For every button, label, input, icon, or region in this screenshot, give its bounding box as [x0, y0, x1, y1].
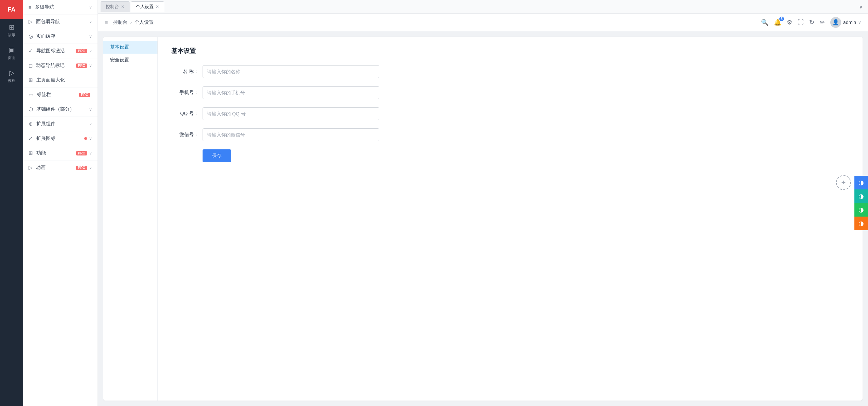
breadcrumb-nav-icon: ▷	[29, 19, 33, 25]
chevron-down-icon-8: ∨	[89, 136, 92, 141]
float-btn-green[interactable]: ◑	[854, 203, 868, 217]
nav-label-page-cache: 页面缓存	[36, 33, 89, 39]
settings-container: 基本设置 安全设置 基本设置 名 称： 手机号： QQ 号：	[103, 37, 863, 401]
tab-dashboard[interactable]: 控制台 ✕	[101, 1, 129, 12]
sidebar-item-pages[interactable]: ▣ 页面	[0, 42, 23, 64]
qq-label: QQ 号：	[171, 111, 198, 117]
qq-input[interactable]	[203, 107, 379, 120]
phone-label: 手机号：	[171, 90, 198, 96]
tab-dashboard-label: 控制台	[106, 4, 119, 10]
nav-label-animation: 动画	[36, 165, 76, 171]
tab-dashboard-close[interactable]: ✕	[121, 5, 124, 9]
animation-icon: ▷	[29, 165, 33, 171]
nav-label-extend-icons: 扩展图标	[36, 135, 84, 142]
tutorial-label: 教程	[8, 78, 15, 83]
float-btn-teal[interactable]: ◑	[854, 189, 868, 203]
float-btn-blue-icon: ◑	[858, 179, 864, 186]
settings-icon[interactable]: ⚙	[787, 19, 792, 26]
chevron-down-icon-9: ∨	[89, 151, 92, 155]
tab-bar-icon: ▭	[29, 92, 33, 98]
fullscreen-icon[interactable]: ⛶	[798, 19, 804, 26]
notification-badge: 5	[779, 17, 784, 21]
pages-label: 页面	[8, 55, 15, 60]
main-max-icon: ⊞	[29, 77, 33, 83]
nav-label-dynamic-nav: 动态导航标记	[36, 62, 76, 69]
nav-label-features: 功能	[36, 150, 76, 156]
sidebar-item-demo[interactable]: ⊞ 演示	[0, 19, 23, 42]
pro-badge-animation: PRO	[76, 166, 87, 170]
pro-badge-features: PRO	[76, 151, 87, 155]
logo-area[interactable]: FA	[0, 0, 23, 19]
features-icon: ⊞	[29, 150, 33, 156]
pro-badge-tab-bar: PRO	[79, 93, 90, 97]
page-cache-icon: ◎	[29, 33, 33, 39]
nav-item-dynamic-nav[interactable]: ◻ 动态导航标记 PRO ∨	[23, 58, 98, 73]
demo-icon: ⊞	[9, 23, 15, 31]
breadcrumb: ≡ 控制台 › 个人设置	[105, 19, 761, 25]
avatar: 👤	[830, 17, 841, 28]
name-label: 名 称：	[171, 69, 198, 75]
nav-item-multi-nav[interactable]: ≡ 多级导航 ∨	[23, 0, 98, 15]
nav-item-animation[interactable]: ▷ 动画 PRO ∨	[23, 161, 98, 175]
nav-label-extend-components: 扩展组件	[36, 121, 89, 127]
nav-label-breadcrumb: 面包屑导航	[36, 19, 89, 25]
nav-label-nav-icon-active: 导航图标激活	[36, 48, 76, 54]
chevron-down-icon-10: ∨	[89, 165, 92, 170]
refresh-icon[interactable]: ↻	[809, 19, 814, 26]
edit-icon[interactable]: ✏	[820, 19, 825, 26]
extend-icons-icon: ⤢	[29, 135, 33, 142]
demo-label: 演示	[8, 33, 15, 38]
wechat-input[interactable]	[203, 128, 379, 141]
chevron-down-icon-6: ∨	[89, 107, 92, 112]
nav-item-features[interactable]: ⊞ 功能 PRO ∨	[23, 146, 98, 161]
form-row-name: 名 称：	[171, 65, 849, 78]
phone-input[interactable]	[203, 86, 379, 99]
save-button[interactable]: 保存	[203, 149, 231, 162]
nav-label-multi-nav: 多级导航	[35, 4, 89, 10]
nav-item-breadcrumb[interactable]: ▷ 面包屑导航 ∨	[23, 15, 98, 29]
nav-item-basic-components[interactable]: ⬡ 基础组件（部分） ∨	[23, 102, 98, 117]
nav-item-main-max[interactable]: ⊞ 主页面最大化	[23, 73, 98, 88]
tab-personal-settings-close[interactable]: ✕	[156, 5, 159, 9]
tab-personal-settings[interactable]: 个人设置 ✕	[131, 1, 164, 12]
form-row-save: 保存	[171, 149, 849, 162]
nav-item-extend-components[interactable]: ⊕ 扩展组件 ∨	[23, 117, 98, 131]
icon-sidebar: FA ⊞ 演示 ▣ 页面 ▷ 教程	[0, 0, 23, 406]
pro-badge-nav-icon: PRO	[76, 49, 87, 53]
nav-sidebar: ≡ 多级导航 ∨ ▷ 面包屑导航 ∨ ◎ 页面缓存 ∨ ✓ 导航图标激活 PRO…	[23, 0, 98, 406]
main-area: 控制台 ✕ 个人设置 ✕ ∨ ≡ 控制台 › 个人设置 🔍 🔔 5 ⚙ ⛶ ↻ …	[98, 0, 868, 406]
breadcrumb-sep: ›	[130, 20, 132, 25]
user-dropdown-arrow: ∨	[858, 20, 861, 25]
tab-dropdown-btn[interactable]: ∨	[856, 3, 865, 11]
nav-item-extend-icons[interactable]: ⤢ 扩展图标 ∨	[23, 131, 98, 146]
chevron-down-icon-5: ∨	[89, 63, 92, 68]
nav-item-tab-bar[interactable]: ▭ 标签栏 PRO	[23, 88, 98, 102]
breadcrumb-item-dashboard[interactable]: 控制台	[113, 19, 127, 25]
breadcrumb-menu-icon: ≡	[105, 19, 108, 25]
breadcrumb-item-current: 个人设置	[135, 19, 154, 25]
settings-tab-security[interactable]: 安全设置	[103, 54, 157, 67]
page-content: 基本设置 安全设置 基本设置 名 称： 手机号： QQ 号：	[98, 31, 868, 406]
form-row-phone: 手机号：	[171, 86, 849, 99]
header-bar: ≡ 控制台 › 个人设置 🔍 🔔 5 ⚙ ⛶ ↻ ✏ 👤 admin ∨	[98, 14, 868, 31]
search-icon[interactable]: 🔍	[761, 19, 768, 26]
wechat-label: 微信号：	[171, 132, 198, 138]
tab-personal-settings-label: 个人设置	[136, 4, 154, 10]
float-btn-teal-icon: ◑	[858, 192, 864, 200]
tab-bar-container: 控制台 ✕ 个人设置 ✕ ∨	[98, 0, 868, 14]
name-input[interactable]	[203, 65, 379, 78]
chevron-down-icon-2: ∨	[89, 19, 92, 24]
user-avatar-area[interactable]: 👤 admin ∨	[830, 17, 861, 28]
float-btn-blue[interactable]: ◑	[854, 176, 868, 189]
menu-icon: ≡	[29, 4, 32, 10]
nav-label-tab-bar: 标签栏	[37, 92, 79, 98]
nav-item-page-cache[interactable]: ◎ 页面缓存 ∨	[23, 29, 98, 44]
chevron-down-icon-4: ∨	[89, 49, 92, 53]
settings-tab-basic[interactable]: 基本设置	[103, 41, 157, 54]
nav-item-nav-icon-active[interactable]: ✓ 导航图标激活 PRO ∨	[23, 44, 98, 58]
sidebar-item-tutorial[interactable]: ▷ 教程	[0, 64, 23, 87]
add-float-button[interactable]: +	[836, 175, 851, 190]
notification-icon[interactable]: 🔔 5	[774, 19, 781, 26]
check-icon: ✓	[29, 48, 33, 54]
float-btn-orange[interactable]: ◑	[854, 217, 868, 230]
